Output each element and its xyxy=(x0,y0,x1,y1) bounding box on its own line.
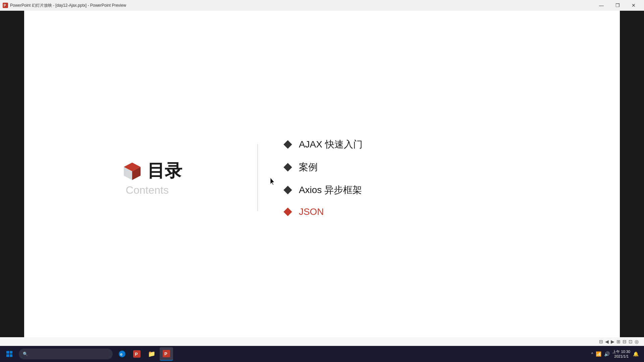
taskbar-edge[interactable]: e xyxy=(115,347,129,361)
content-text-1: AJAX 快速入门 xyxy=(299,138,363,151)
network-icon: 📶 xyxy=(596,351,601,357)
svg-rect-6 xyxy=(10,351,12,354)
title-bar: P PowerPoint 幻灯片放映 - [day12-Ajax.pptx] -… xyxy=(0,0,644,11)
tray-chevron[interactable]: ^ xyxy=(591,352,593,356)
next-slide-button[interactable]: ▶ xyxy=(611,339,614,344)
fullscreen-icon[interactable]: ◎ xyxy=(635,339,639,344)
close-button[interactable]: ✕ xyxy=(626,0,641,11)
svg-text:P: P xyxy=(4,4,6,7)
powerpoint-active-icon: P xyxy=(163,350,170,357)
window-title: PowerPoint 幻灯片放映 - [day12-Ajax.pptx] - P… xyxy=(10,3,126,8)
windows-logo xyxy=(6,351,13,357)
start-button[interactable] xyxy=(3,347,16,361)
list-item: 案例 xyxy=(285,161,620,174)
svg-text:P: P xyxy=(135,352,138,357)
taskbar-powerpoint-inactive[interactable]: P xyxy=(130,347,144,361)
minimize-button[interactable]: — xyxy=(594,0,609,11)
svg-rect-5 xyxy=(6,351,9,354)
edge-icon: e xyxy=(118,350,126,358)
list-item: Axios 异步框架 xyxy=(285,184,620,196)
content-text-3: Axios 异步框架 xyxy=(299,184,362,196)
reading-view-icon[interactable]: ⊡ xyxy=(629,339,633,344)
list-item: AJAX 快速入门 xyxy=(285,138,620,151)
search-bar[interactable]: 🔍 xyxy=(19,349,113,359)
diamond-icon-red xyxy=(283,207,292,216)
title-bar-left: P PowerPoint 幻灯片放映 - [day12-Ajax.pptx] -… xyxy=(3,3,126,8)
taskbar-powerpoint-active[interactable]: P xyxy=(160,347,173,361)
maximize-button[interactable]: ❐ xyxy=(610,0,625,11)
content-text-2: 案例 xyxy=(299,161,318,174)
list-item-highlighted: JSON xyxy=(285,206,620,217)
notification-icon[interactable]: 🔔 xyxy=(633,351,639,357)
slide-left-panel: 目录 Contents xyxy=(24,11,251,345)
logo-title-group: 目录 xyxy=(122,159,182,183)
taskbar: 🔍 e P 📁 P ^ 📶 🔊 上午 10:30 2021/1/1 🔔 xyxy=(0,346,644,362)
svg-rect-7 xyxy=(6,354,9,357)
svg-rect-8 xyxy=(10,354,12,357)
grid-view-icon[interactable]: ⊞ xyxy=(616,339,621,344)
system-tray: ^ 📶 🔊 上午 10:30 2021/1/1 🔔 xyxy=(591,349,641,359)
outline-view-icon[interactable]: ⊟ xyxy=(623,339,627,344)
volume-icon: 🔊 xyxy=(604,351,610,357)
content-text-4: JSON xyxy=(299,206,324,217)
svg-text:e: e xyxy=(120,352,122,357)
slide: 目录 Contents AJAX 快速入门 案例 Axios 异步框架 xyxy=(24,11,620,345)
date-display: 2021/1/1 xyxy=(612,354,630,359)
prev-slide-button[interactable]: ◀ xyxy=(605,339,609,344)
slide-title-english: Contents xyxy=(126,184,169,196)
slide-title-chinese: 目录 xyxy=(147,159,182,183)
view-normal-icon[interactable]: ⊟ xyxy=(599,339,603,344)
window-controls: — ❐ ✕ xyxy=(594,0,641,11)
slide-right-panel: AJAX 快速入门 案例 Axios 异步框架 JSON xyxy=(265,138,620,217)
bottom-controls-bar: ⊟ ◀ ▶ ⊞ ⊟ ⊡ ◎ xyxy=(0,337,644,346)
app-icon: P xyxy=(3,3,8,8)
diamond-icon xyxy=(283,186,292,194)
diamond-icon xyxy=(283,140,292,148)
slide-container: 目录 Contents AJAX 快速入门 案例 Axios 异步框架 xyxy=(24,11,620,345)
cube-logo xyxy=(122,161,142,181)
svg-text:P: P xyxy=(164,351,167,356)
time-display: 上午 10:30 xyxy=(612,349,630,354)
taskbar-file-explorer[interactable]: 📁 xyxy=(145,347,158,361)
clock: 上午 10:30 2021/1/1 xyxy=(612,349,630,359)
diamond-icon xyxy=(283,163,292,171)
powerpoint-icon: P xyxy=(133,350,141,358)
vertical-divider xyxy=(257,144,258,211)
